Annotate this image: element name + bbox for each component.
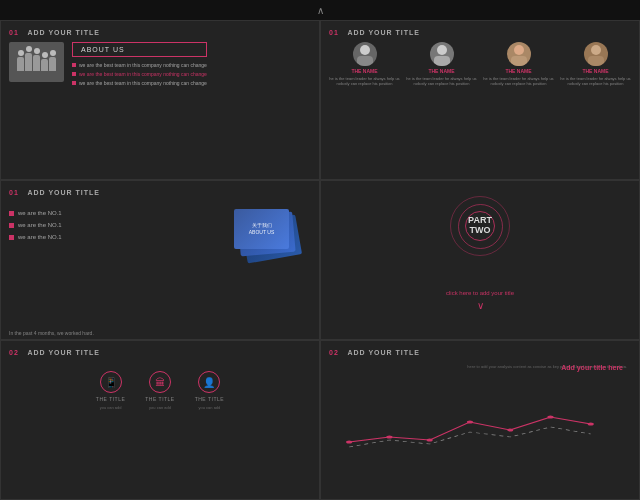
chevron-down-icon[interactable]: ∨ xyxy=(477,300,484,311)
icon-label-2: THE TITLE xyxy=(145,396,174,402)
about-us-label: ABOUT US xyxy=(72,42,207,57)
no1-text-1: we are the NO.1 xyxy=(18,210,62,216)
no1-dot-3 xyxy=(9,235,14,240)
avatar-1 xyxy=(353,42,377,66)
chart-point-4 xyxy=(467,421,473,424)
chart-point-1 xyxy=(346,441,352,444)
about-us-bullets: we are the best team in this company not… xyxy=(72,62,207,86)
slide-3-notes: In the past 4 months, we worked hard. In… xyxy=(9,326,311,340)
part-subtitle[interactable]: click here to add your title xyxy=(446,290,514,296)
icon-desc-3: you can add xyxy=(199,405,221,410)
add-title-text[interactable]: Add your title here xyxy=(561,364,623,371)
member-name-1: THE NAME xyxy=(351,68,377,74)
icon-item-1: 📱 THE TITLE you can add xyxy=(96,371,125,410)
slide-1-title: 01 ADD YOUR TITLE xyxy=(9,29,311,36)
chart-point-6 xyxy=(547,416,553,419)
icon-circle-3: 👤 xyxy=(198,371,220,393)
team-members-grid: THE NAME he is the team leader he always… xyxy=(329,42,631,86)
member-name-2: THE NAME xyxy=(428,68,454,74)
slide-6-chart: 02 ADD YOUR TITLE Add your title here he… xyxy=(320,340,640,500)
chevron-up-icon: ∧ xyxy=(317,5,324,16)
bullet-item-3: we are the best team in this company not… xyxy=(72,80,207,86)
add-title-area: Add your title here here to add your ana… xyxy=(467,362,627,369)
member-desc-1: he is the team leader he always help us … xyxy=(329,76,400,86)
slide-4-part-two: PART TWO click here to add your title ∨ xyxy=(320,180,640,340)
slide-3-no1: 01 ADD YOUR TITLE we are the NO.1 we are… xyxy=(0,180,320,340)
icon-circle-2: 🏛 xyxy=(149,371,171,393)
icon-circle-1: 📱 xyxy=(100,371,122,393)
member-desc-2: he is the team leader he always help us … xyxy=(406,76,477,86)
bullet-item-1: we are the best team in this company not… xyxy=(72,62,207,68)
top-navigation-bar: ∧ xyxy=(0,0,640,20)
phone-icon: 📱 xyxy=(105,377,117,388)
icons-row: 📱 THE TITLE you can add 🏛 THE TITLE you … xyxy=(9,371,311,410)
member-name-4: THE NAME xyxy=(582,68,608,74)
card-text: 关于我们 ABOUT US xyxy=(249,222,274,236)
team-member-2: THE NAME he is the team leader he always… xyxy=(406,42,477,86)
icon-label-3: THE TITLE xyxy=(195,396,224,402)
cards-stack: 关于我们 ABOUT US xyxy=(234,209,304,269)
team-member-1: THE NAME he is the team leader he always… xyxy=(329,42,400,86)
chart-point-5 xyxy=(507,429,513,432)
card-3: 关于我们 ABOUT US xyxy=(234,209,289,249)
avatar-2 xyxy=(430,42,454,66)
building-icon: 🏛 xyxy=(155,377,165,388)
icon-desc-1: you can add xyxy=(100,405,122,410)
no1-text-3: we are the NO.1 xyxy=(18,234,62,240)
hexagon-decoration: PART TWO xyxy=(450,200,510,252)
slide-6-title: 02 ADD YOUR TITLE xyxy=(329,349,631,356)
icon-item-3: 👤 THE TITLE you can add xyxy=(195,371,224,410)
slide-5-title: 02 ADD YOUR TITLE xyxy=(9,349,311,356)
chart-point-2 xyxy=(386,436,392,439)
no1-dot-1 xyxy=(9,211,14,216)
icon-label-1: THE TITLE xyxy=(96,396,125,402)
person-icon: 👤 xyxy=(203,377,215,388)
member-desc-4: he is the team leader he always help us … xyxy=(560,76,631,86)
slide-5-icons: 02 ADD YOUR TITLE 📱 THE TITLE you can ad… xyxy=(0,340,320,500)
bullet-dot-2 xyxy=(72,72,76,76)
slide-3-title: 01 ADD YOUR TITLE xyxy=(9,189,311,196)
slide-6-content: Add your title here here to add your ana… xyxy=(329,362,631,452)
part-label: PART TWO xyxy=(468,215,492,237)
avatar-3 xyxy=(507,42,531,66)
team-member-3: THE NAME he is the team leader he always… xyxy=(483,42,554,86)
team-photo xyxy=(9,42,64,82)
slide-2-title: 01 ADD YOUR TITLE xyxy=(329,29,631,36)
chart-point-3 xyxy=(427,439,433,442)
no1-dot-2 xyxy=(9,223,14,228)
icon-desc-2: you can add xyxy=(149,405,171,410)
bullet-item-2: we are the best team in this company not… xyxy=(72,71,207,77)
avatar-4 xyxy=(584,42,608,66)
bullet-dot-3 xyxy=(72,81,76,85)
line-chart xyxy=(329,402,631,452)
member-desc-3: he is the team leader he always help us … xyxy=(483,76,554,86)
team-member-4: THE NAME he is the team leader he always… xyxy=(560,42,631,86)
part-two-container: PART TWO click here to add your title ∨ xyxy=(329,189,631,331)
slide-2-team: 01 ADD YOUR TITLE THE NAME he is the tea… xyxy=(320,20,640,180)
chart-point-7 xyxy=(588,423,594,426)
no1-text-2: we are the NO.1 xyxy=(18,222,62,228)
member-name-3: THE NAME xyxy=(505,68,531,74)
bullet-dot xyxy=(72,63,76,67)
slide-1-about-us: 01 ADD YOUR TITLE ABOUT US we are the be… xyxy=(0,20,320,180)
icon-item-2: 🏛 THE TITLE you can add xyxy=(145,371,174,410)
